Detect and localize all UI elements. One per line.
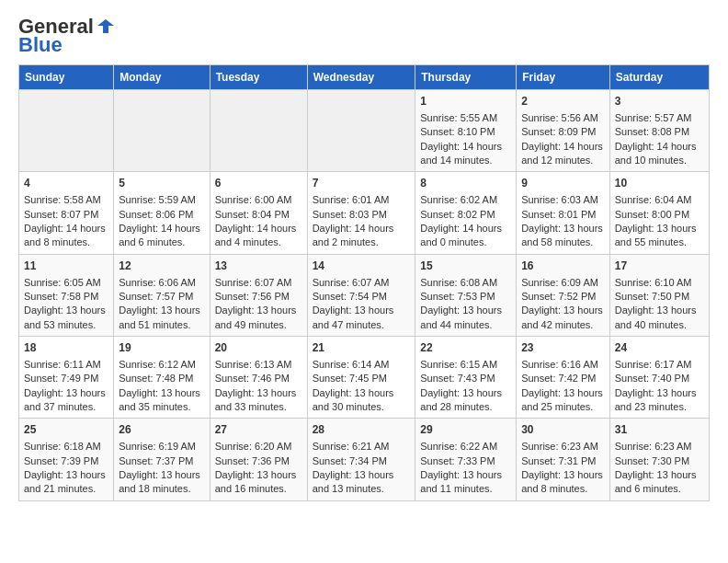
day-info: Sunrise: 6:12 AM (119, 358, 204, 372)
day-info: Daylight: 14 hours and 8 minutes. (24, 222, 108, 250)
calendar-cell: 14Sunrise: 6:07 AMSunset: 7:54 PMDayligh… (307, 254, 415, 336)
header: General Blue (18, 15, 710, 57)
day-info: Daylight: 13 hours and 33 minutes. (215, 386, 302, 415)
day-info: Daylight: 14 hours and 14 minutes. (420, 140, 511, 168)
day-info: Daylight: 13 hours and 49 minutes. (215, 304, 302, 332)
day-number: 9 (521, 176, 605, 191)
calendar-cell: 30Sunrise: 6:23 AMSunset: 7:31 PMDayligh… (517, 419, 610, 500)
calendar-cell: 23Sunrise: 6:16 AMSunset: 7:42 PMDayligh… (517, 337, 610, 419)
day-number: 7 (313, 176, 411, 191)
day-info: Daylight: 13 hours and 28 minutes. (420, 386, 511, 415)
day-info: Sunset: 7:58 PM (24, 290, 108, 304)
calendar-cell (210, 90, 307, 172)
day-info: Daylight: 13 hours and 11 minutes. (420, 468, 511, 497)
day-info: Daylight: 14 hours and 2 minutes. (313, 222, 411, 250)
day-info: Daylight: 13 hours and 25 minutes. (521, 386, 605, 415)
day-number: 14 (313, 259, 411, 274)
day-number: 22 (420, 340, 511, 356)
weekday-header-saturday: Saturday (609, 65, 709, 90)
calendar-cell (307, 90, 415, 172)
day-info: Sunset: 8:06 PM (119, 208, 204, 222)
calendar-cell: 8Sunrise: 6:02 AMSunset: 8:02 PMDaylight… (415, 172, 517, 254)
day-info: Sunset: 7:45 PM (313, 372, 411, 385)
day-info: Daylight: 13 hours and 13 minutes. (313, 468, 411, 497)
day-number: 19 (119, 340, 204, 356)
calendar-cell: 22Sunrise: 6:15 AMSunset: 7:43 PMDayligh… (415, 337, 517, 419)
day-info: Sunset: 7:36 PM (215, 454, 302, 468)
day-info: Daylight: 13 hours and 51 minutes. (119, 304, 204, 332)
calendar-cell: 13Sunrise: 6:07 AMSunset: 7:56 PMDayligh… (210, 254, 307, 336)
day-number: 8 (420, 176, 511, 191)
day-info: Sunrise: 6:16 AM (521, 358, 605, 372)
day-number: 16 (521, 259, 605, 274)
day-number: 10 (615, 176, 704, 191)
day-info: Sunset: 8:04 PM (215, 208, 302, 222)
calendar-cell: 5Sunrise: 5:59 AMSunset: 8:06 PMDaylight… (114, 172, 210, 254)
calendar-cell: 6Sunrise: 6:00 AMSunset: 8:04 PMDaylight… (210, 172, 307, 254)
day-info: Sunrise: 6:19 AM (119, 440, 204, 454)
calendar-cell (19, 90, 114, 172)
day-number: 23 (521, 340, 605, 356)
day-info: Daylight: 14 hours and 10 minutes. (615, 140, 704, 168)
weekday-header-sunday: Sunday (19, 65, 114, 90)
day-info: Daylight: 13 hours and 35 minutes. (119, 386, 204, 415)
day-info: Sunrise: 6:13 AM (215, 358, 302, 372)
day-info: Sunrise: 6:23 AM (521, 440, 605, 454)
day-info: Sunset: 7:34 PM (313, 454, 411, 468)
calendar-cell: 9Sunrise: 6:03 AMSunset: 8:01 PMDaylight… (517, 172, 610, 254)
calendar-cell: 15Sunrise: 6:08 AMSunset: 7:53 PMDayligh… (415, 254, 517, 336)
calendar-cell: 1Sunrise: 5:55 AMSunset: 8:10 PMDaylight… (415, 90, 517, 172)
day-info: Daylight: 13 hours and 37 minutes. (24, 386, 108, 415)
day-info: Sunset: 8:03 PM (313, 208, 411, 222)
day-info: Daylight: 13 hours and 16 minutes. (215, 468, 302, 497)
day-info: Sunrise: 6:18 AM (24, 440, 108, 454)
day-info: Daylight: 13 hours and 47 minutes. (313, 304, 411, 332)
day-info: Sunset: 7:54 PM (313, 290, 411, 304)
day-number: 30 (521, 422, 605, 438)
day-number: 29 (420, 422, 511, 438)
calendar-cell: 29Sunrise: 6:22 AMSunset: 7:33 PMDayligh… (415, 419, 517, 500)
day-info: Daylight: 13 hours and 53 minutes. (24, 304, 108, 332)
day-info: Sunrise: 6:20 AM (215, 440, 302, 454)
calendar-week-2: 4Sunrise: 5:58 AMSunset: 8:07 PMDaylight… (19, 172, 710, 254)
calendar-cell: 2Sunrise: 5:56 AMSunset: 8:09 PMDaylight… (517, 90, 610, 172)
day-info: Sunset: 8:09 PM (521, 125, 605, 139)
day-info: Daylight: 13 hours and 30 minutes. (313, 386, 411, 415)
calendar-cell: 16Sunrise: 6:09 AMSunset: 7:52 PMDayligh… (517, 254, 610, 336)
calendar-cell: 21Sunrise: 6:14 AMSunset: 7:45 PMDayligh… (307, 337, 415, 419)
day-number: 31 (615, 422, 704, 438)
calendar-cell: 17Sunrise: 6:10 AMSunset: 7:50 PMDayligh… (609, 254, 709, 336)
day-number: 25 (24, 422, 108, 438)
day-info: Sunset: 7:46 PM (215, 372, 302, 385)
day-info: Daylight: 13 hours and 40 minutes. (615, 304, 704, 332)
day-number: 12 (119, 259, 204, 274)
logo: General Blue (18, 15, 116, 57)
day-info: Sunrise: 6:07 AM (313, 276, 411, 290)
day-info: Daylight: 14 hours and 6 minutes. (119, 222, 204, 250)
calendar-table: SundayMondayTuesdayWednesdayThursdayFrid… (18, 64, 710, 501)
day-info: Sunrise: 6:10 AM (615, 276, 704, 290)
day-info: Sunrise: 6:15 AM (420, 358, 511, 372)
day-info: Sunrise: 6:11 AM (24, 358, 108, 372)
calendar-week-5: 25Sunrise: 6:18 AMSunset: 7:39 PMDayligh… (19, 419, 710, 500)
logo-blue-text: Blue (18, 33, 63, 57)
calendar-cell: 12Sunrise: 6:06 AMSunset: 7:57 PMDayligh… (114, 254, 210, 336)
day-info: Sunrise: 6:05 AM (24, 276, 108, 290)
day-info: Daylight: 14 hours and 4 minutes. (215, 222, 302, 250)
day-info: Sunrise: 5:56 AM (521, 111, 605, 125)
day-info: Sunrise: 6:06 AM (119, 276, 204, 290)
day-info: Sunrise: 5:55 AM (420, 111, 511, 125)
calendar-cell: 31Sunrise: 6:23 AMSunset: 7:30 PMDayligh… (609, 419, 709, 500)
day-info: Daylight: 13 hours and 18 minutes. (119, 468, 204, 497)
calendar-cell: 28Sunrise: 6:21 AMSunset: 7:34 PMDayligh… (307, 419, 415, 500)
calendar-cell: 20Sunrise: 6:13 AMSunset: 7:46 PMDayligh… (210, 337, 307, 419)
day-info: Sunset: 7:52 PM (521, 290, 605, 304)
calendar-week-4: 18Sunrise: 6:11 AMSunset: 7:49 PMDayligh… (19, 337, 710, 419)
day-info: Daylight: 13 hours and 6 minutes. (615, 468, 704, 497)
day-info: Sunrise: 6:01 AM (313, 193, 411, 207)
day-info: Sunset: 7:50 PM (615, 290, 704, 304)
day-info: Sunrise: 6:17 AM (615, 358, 704, 372)
day-info: Sunset: 7:53 PM (420, 290, 511, 304)
day-info: Sunrise: 6:14 AM (313, 358, 411, 372)
day-info: Daylight: 13 hours and 23 minutes. (615, 386, 704, 415)
